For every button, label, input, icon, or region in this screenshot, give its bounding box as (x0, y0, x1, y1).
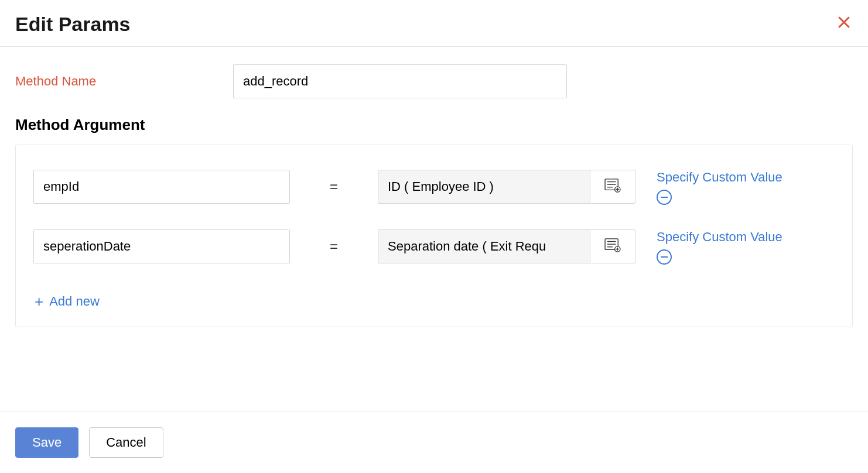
argument-value-field[interactable]: Separation date ( Exit Requ (378, 229, 590, 263)
close-icon[interactable] (835, 13, 853, 34)
equals-sign: = (290, 170, 378, 204)
argument-row: empId = ID ( Employee ID ) (33, 170, 835, 205)
plus-icon: + (35, 294, 43, 309)
dialog-content: Method Name Method Argument empId = ID (… (0, 47, 868, 339)
remove-argument-icon[interactable] (657, 249, 672, 265)
equals-sign: = (290, 229, 378, 263)
argument-row: seperationDate = Separation date ( Exit … (33, 229, 835, 265)
dialog-footer: Save Cancel (0, 412, 868, 473)
method-name-label: Method Name (15, 74, 233, 89)
save-button[interactable]: Save (15, 427, 78, 458)
dialog-title: Edit Params (15, 13, 131, 36)
method-argument-heading: Method Argument (15, 116, 853, 134)
specify-custom-value-link[interactable]: Specify Custom Value (657, 229, 782, 245)
argument-side-actions: Specify Custom Value (657, 170, 782, 205)
field-picker-icon (604, 238, 621, 255)
field-picker-icon (604, 179, 621, 195)
dialog-header: Edit Params (0, 0, 868, 47)
method-name-row: Method Name (15, 64, 853, 98)
argument-value-group: ID ( Employee ID ) (378, 170, 635, 204)
argument-key-input[interactable]: empId (33, 170, 290, 204)
argument-value-field[interactable]: ID ( Employee ID ) (378, 170, 590, 204)
argument-key-input[interactable]: seperationDate (33, 229, 290, 263)
specify-custom-value-link[interactable]: Specify Custom Value (657, 170, 782, 185)
remove-argument-icon[interactable] (657, 190, 672, 205)
method-name-input[interactable] (233, 64, 567, 98)
method-argument-box: empId = ID ( Employee ID ) (15, 145, 853, 327)
field-picker-button[interactable] (590, 229, 635, 263)
cancel-button[interactable]: Cancel (89, 427, 163, 458)
add-new-argument-button[interactable]: + Add new (33, 289, 835, 313)
argument-value-group: Separation date ( Exit Requ (378, 229, 635, 263)
add-new-label: Add new (49, 294, 100, 309)
field-picker-button[interactable] (590, 170, 635, 204)
argument-side-actions: Specify Custom Value (657, 229, 782, 265)
